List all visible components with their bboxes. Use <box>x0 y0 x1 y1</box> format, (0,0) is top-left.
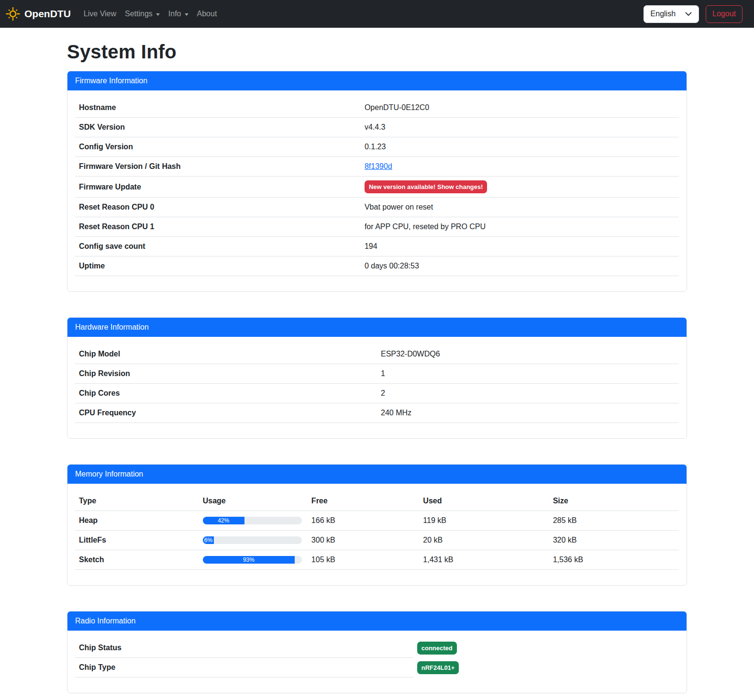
row-value: ESP32-D0WDQ6 <box>377 344 679 364</box>
row-label: Firmware Update <box>75 177 361 198</box>
table-row: Chip Revision 1 <box>75 364 679 384</box>
table-row: SDK Version v4.4.3 <box>75 118 679 137</box>
memory-table: Type Usage Free Used Size Heap 42% <box>75 491 679 570</box>
radio-table: Chip Status connected Chip Type nRF24L01… <box>75 638 679 678</box>
table-row: Reset Reason CPU 1 for APP CPU, reseted … <box>75 217 679 237</box>
column-header: Free <box>308 491 419 511</box>
nav-live-view[interactable]: Live View <box>79 4 121 23</box>
row-label: LittleFs <box>75 531 199 550</box>
radio-card: Radio Information Chip Status connected … <box>67 611 687 693</box>
table-row: Chip Type nRF24L01+ <box>75 658 679 678</box>
row-value: 2 <box>377 384 679 403</box>
page-title: System Info <box>67 37 687 66</box>
row-label: Chip Model <box>75 344 377 364</box>
nav-settings[interactable]: Settings <box>121 4 164 23</box>
table-row: Chip Status connected <box>75 638 679 658</box>
table-row: Sketch 93% 105 kB 1,431 kB 1,536 kB <box>75 550 679 570</box>
chevron-down-icon <box>685 12 692 16</box>
chip-type-badge: nRF24L01+ <box>417 661 459 674</box>
table-row: Chip Model ESP32-D0WDQ6 <box>75 344 679 364</box>
row-label: Firmware Version / Git Hash <box>75 157 361 177</box>
progress-label: 42% <box>218 517 229 524</box>
progress-label: 93% <box>243 556 255 564</box>
language-select[interactable]: English <box>643 5 699 23</box>
navbar: OpenDTU Live View Settings Info About En… <box>0 0 754 28</box>
used-cell: 20 kB <box>419 531 549 550</box>
row-value: 1 <box>377 364 679 384</box>
row-value: nRF24L01+ <box>413 658 463 678</box>
row-value: New version available! Show changes! <box>361 177 679 198</box>
brand[interactable]: OpenDTU <box>6 6 71 22</box>
row-label: Chip Status <box>75 638 413 658</box>
row-label: Reset Reason CPU 0 <box>75 198 361 217</box>
table-row: CPU Frequency 240 MHz <box>75 403 679 423</box>
language-select-value: English <box>651 8 676 20</box>
memory-card: Memory Information Type Usage Free Used … <box>67 464 687 586</box>
row-label: Config Version <box>75 137 361 157</box>
table-row: Firmware Version / Git Hash 8f1390d <box>75 157 679 177</box>
used-cell: 119 kB <box>419 511 549 531</box>
row-label: Chip Revision <box>75 364 377 384</box>
row-value: 8f1390d <box>361 157 679 177</box>
hardware-card-header: Hardware Information <box>67 318 687 337</box>
firmware-table: Hostname OpenDTU-0E12C0 SDK Version v4.4… <box>75 98 679 276</box>
row-value: Vbat power on reset <box>361 198 679 217</box>
firmware-card-body: Hostname OpenDTU-0E12C0 SDK Version v4.4… <box>67 90 687 291</box>
memory-card-header: Memory Information <box>67 465 687 484</box>
memory-card-body: Type Usage Free Used Size Heap 42% <box>67 484 687 585</box>
logout-button[interactable]: Logout <box>706 5 743 23</box>
column-header: Type <box>75 491 199 511</box>
firmware-card-header: Firmware Information <box>67 71 687 90</box>
size-cell: 320 kB <box>549 531 679 550</box>
table-row: Firmware Update New version available! S… <box>75 177 679 198</box>
row-label: Chip Cores <box>75 384 377 403</box>
hardware-card-body: Chip Model ESP32-D0WDQ6 Chip Revision 1 … <box>67 337 687 438</box>
free-cell: 166 kB <box>308 511 419 531</box>
sketch-progress-bar: 93% <box>203 556 302 564</box>
row-label: SDK Version <box>75 118 361 137</box>
column-header: Used <box>419 491 549 511</box>
row-label: Heap <box>75 511 199 531</box>
nav-live-view-label: Live View <box>84 8 116 20</box>
firmware-card: Firmware Information Hostname OpenDTU-0E… <box>67 71 687 292</box>
progress-label: 6% <box>204 536 212 544</box>
row-value: OpenDTU-0E12C0 <box>361 98 679 118</box>
usage-cell: 93% <box>199 550 308 570</box>
table-row: Config Version 0.1.23 <box>75 137 679 157</box>
usage-cell: 6% <box>199 531 308 550</box>
table-row: Hostname OpenDTU-0E12C0 <box>75 98 679 118</box>
nav-info[interactable]: Info <box>164 4 193 23</box>
table-row: LittleFs 6% 300 kB 20 kB 320 kB <box>75 531 679 550</box>
sun-logo-icon <box>6 7 20 21</box>
column-header: Usage <box>199 491 308 511</box>
row-value: v4.4.3 <box>361 118 679 137</box>
size-cell: 1,536 kB <box>549 550 679 570</box>
firmware-update-badge[interactable]: New version available! Show changes! <box>365 180 487 193</box>
littlefs-progress-bar: 6% <box>203 536 302 544</box>
table-header-row: Type Usage Free Used Size <box>75 491 679 511</box>
row-value: 0 days 00:28:53 <box>361 256 679 276</box>
row-label: Config save count <box>75 237 361 256</box>
table-row: Chip Cores 2 <box>75 384 679 403</box>
git-hash-link[interactable]: 8f1390d <box>365 162 392 170</box>
chip-status-badge: connected <box>417 642 457 655</box>
chevron-down-icon <box>185 13 188 16</box>
size-cell: 285 kB <box>549 511 679 531</box>
row-value: for APP CPU, reseted by PRO CPU <box>361 217 679 237</box>
column-header: Size <box>549 491 679 511</box>
heap-progress-bar: 42% <box>203 517 302 524</box>
nav-about[interactable]: About <box>193 4 222 23</box>
hardware-table: Chip Model ESP32-D0WDQ6 Chip Revision 1 … <box>75 344 679 423</box>
nav-about-label: About <box>197 8 217 20</box>
brand-label: OpenDTU <box>24 6 71 22</box>
nav-items: Live View Settings Info About <box>79 4 222 23</box>
table-row: Uptime 0 days 00:28:53 <box>75 256 679 276</box>
main-content: System Info Firmware Information Hostnam… <box>61 37 693 693</box>
row-label: Sketch <box>75 550 199 570</box>
row-value: connected <box>413 638 461 658</box>
hardware-card: Hardware Information Chip Model ESP32-D0… <box>67 317 687 439</box>
row-value: 240 MHz <box>377 403 679 423</box>
row-value: 0.1.23 <box>361 137 679 157</box>
row-label: CPU Frequency <box>75 403 377 423</box>
row-label: Hostname <box>75 98 361 118</box>
